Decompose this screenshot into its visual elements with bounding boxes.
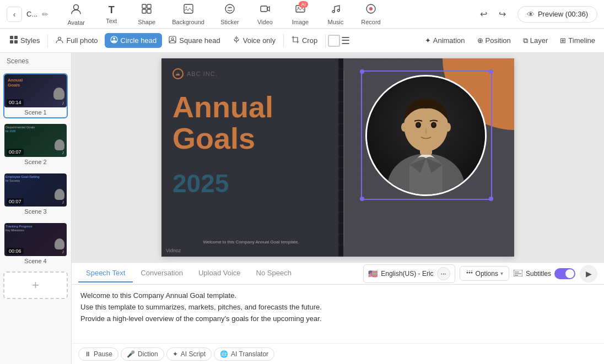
- crop-btn[interactable]: Crop: [286, 33, 323, 48]
- timeline-btn[interactable]: ⊞ Timeline: [556, 34, 600, 47]
- toolbar-background[interactable]: Background: [165, 1, 211, 28]
- toolbar-video[interactable]: Video: [249, 1, 282, 28]
- scene-music-3: ♪: [62, 199, 64, 205]
- diction-label: Diction: [138, 350, 158, 358]
- timeline-label: Timeline: [568, 36, 595, 45]
- circle-head-btn[interactable]: Circle head: [105, 33, 163, 48]
- svg-point-23: [171, 38, 174, 40]
- image-icon: AI: [295, 3, 306, 17]
- ai-translator-label: AI Translator: [231, 350, 268, 358]
- voice-only-icon: [233, 36, 240, 45]
- svg-point-12: [337, 9, 339, 12]
- scene-label-4: Scene 4: [4, 256, 67, 266]
- slide-title-line1: Annual: [172, 91, 273, 123]
- styles-btn[interactable]: Styles: [4, 33, 45, 48]
- slide-year: 2025: [172, 169, 229, 198]
- lines-icon[interactable]: ☰: [341, 35, 350, 47]
- back-button[interactable]: ‹: [7, 7, 22, 22]
- play-button[interactable]: ▶: [580, 265, 597, 282]
- redo-button[interactable]: ↪: [494, 6, 511, 23]
- text-label: Text: [106, 18, 117, 24]
- voice-only-label: Voice only: [243, 36, 276, 45]
- toolbar-image[interactable]: AI Image: [284, 1, 317, 28]
- svg-point-37: [445, 123, 451, 132]
- handle-top-left[interactable]: [360, 69, 364, 74]
- svg-rect-8: [261, 6, 267, 12]
- tab-no-speech[interactable]: No Speech: [249, 264, 299, 282]
- handle-bottom-left[interactable]: [360, 197, 364, 201]
- toolbar-sticker[interactable]: Sticker: [213, 1, 246, 28]
- options-chevron-icon: ▾: [500, 270, 503, 276]
- slide-canvas[interactable]: ⛰ ABC INC. Annual Goals 2025: [161, 58, 514, 257]
- toolbar-music[interactable]: Music: [319, 1, 352, 28]
- main-area: Scenes AnnualGoals 00:14 ♪ Scene 1 Depar…: [0, 53, 604, 364]
- speech-text-area[interactable]: Welcome to this Company Annual Goal temp…: [72, 285, 604, 343]
- scene-list: AnnualGoals 00:14 ♪ Scene 1 Departmental…: [0, 70, 71, 364]
- circle-head-icon: [110, 36, 118, 45]
- speech-tab-right: 🇺🇸 English(US) - Eric ··· Options ▾: [363, 264, 597, 283]
- ai-script-button[interactable]: ✦ AI Script: [166, 347, 212, 361]
- voice-only-btn[interactable]: Voice only: [227, 33, 281, 48]
- language-more-button[interactable]: ···: [437, 267, 450, 280]
- svg-rect-4: [147, 9, 151, 13]
- scene-item-1[interactable]: AnnualGoals 00:14 ♪ Scene 1: [3, 73, 68, 118]
- diction-icon: 🎤: [127, 350, 135, 358]
- svg-rect-18: [14, 40, 18, 44]
- svg-point-40: [471, 272, 472, 274]
- slide-subtitle: Welcome to this Company Annual Goal temp…: [172, 240, 330, 245]
- timeline-icon: ⊞: [560, 36, 566, 45]
- preview-button[interactable]: 👁 Preview (00:36): [517, 6, 597, 23]
- scene-thumb-3: Employee Goal-Settingfor Success 00:07 ♪: [4, 173, 67, 207]
- toolbar-avatar[interactable]: Avatar: [60, 1, 93, 28]
- styles-icon: [10, 36, 18, 45]
- full-photo-icon: [56, 36, 63, 45]
- animation-btn[interactable]: ✦ Animation: [420, 34, 470, 47]
- position-btn[interactable]: ⊕ Position: [473, 34, 515, 47]
- scene-item-3[interactable]: Employee Goal-Settingfor Success 00:07 ♪…: [3, 172, 68, 218]
- ai-translator-button[interactable]: 🌐 AI Translator: [214, 347, 274, 361]
- flag-icon: 🇺🇸: [368, 269, 378, 278]
- crop-label: Crop: [302, 36, 317, 45]
- scene-time-3: 00:07: [7, 198, 24, 205]
- square-head-btn[interactable]: Square head: [163, 33, 225, 48]
- scene-item-4[interactable]: Tracking ProgressKey Milestones 00:06 ♪ …: [3, 222, 68, 267]
- ai-script-icon: ✦: [172, 350, 178, 358]
- scene-time-4: 00:06: [7, 248, 24, 254]
- color-picker[interactable]: [328, 35, 340, 47]
- subtitles-icon: [514, 269, 522, 279]
- background-label: Background: [172, 19, 204, 25]
- subtitles-toggle[interactable]: [554, 268, 575, 279]
- scene-item-2[interactable]: Departmental Goalsfor 2026 00:07 ♪ Scene…: [3, 123, 68, 168]
- add-scene-button[interactable]: +: [3, 271, 68, 299]
- handle-top-right[interactable]: [489, 69, 493, 74]
- pause-button[interactable]: ⏸ Pause: [78, 347, 118, 361]
- undo-button[interactable]: ↩: [476, 6, 492, 23]
- animation-icon: ✦: [425, 36, 431, 45]
- pause-label: Pause: [94, 350, 112, 358]
- avatar-circle[interactable]: [365, 75, 487, 196]
- toolbar-text[interactable]: T Text: [95, 2, 128, 26]
- toolbar-shape[interactable]: Shape: [130, 1, 163, 28]
- speech-text-content: Welcome to this Company Annual Goal temp…: [80, 290, 595, 324]
- full-photo-btn[interactable]: Full photo: [50, 33, 103, 48]
- tab-speech-text[interactable]: Speech Text: [78, 264, 133, 282]
- scene-time-2: 00:07: [7, 149, 24, 155]
- slide-content: ⛰ ABC INC. Annual Goals 2025: [161, 58, 514, 257]
- circle-head-label: Circle head: [121, 36, 157, 45]
- avatar-icon: [70, 3, 82, 18]
- diction-button[interactable]: 🎤 Diction: [121, 347, 164, 361]
- handle-bottom-right[interactable]: [489, 197, 493, 201]
- svg-rect-2: [147, 4, 151, 8]
- canvas-area: ⛰ ABC INC. Annual Goals 2025: [72, 53, 604, 262]
- svg-point-19: [58, 37, 61, 40]
- speech-line-3: Provide a high-level overview of the com…: [80, 313, 595, 325]
- language-selector[interactable]: 🇺🇸 English(US) - Eric ···: [363, 264, 455, 283]
- layer-btn[interactable]: ⧉ Layer: [519, 34, 553, 48]
- second-toolbar: Styles Full photo Circle head Square hea…: [0, 29, 604, 53]
- edit-icon[interactable]: ✏: [42, 10, 48, 19]
- options-dropdown[interactable]: Options ▾: [460, 266, 509, 281]
- bottom-section: Speech Text Conversation Upload Voice No…: [72, 262, 604, 364]
- tab-conversation[interactable]: Conversation: [133, 264, 191, 282]
- tab-upload-voice[interactable]: Upload Voice: [191, 264, 249, 282]
- toolbar-record[interactable]: Record: [354, 1, 387, 28]
